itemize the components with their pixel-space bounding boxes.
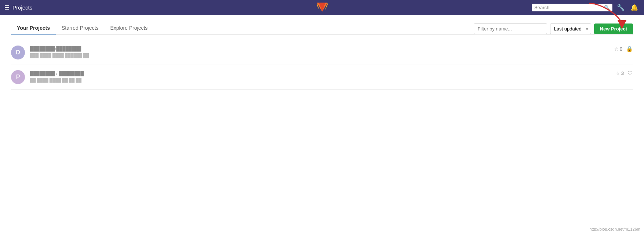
avatar: D [11,46,25,59]
star-count: ☆ 3 [616,70,624,76]
star-icon: ☆ [616,70,620,76]
project-meta: ☆ 3 🛡 [616,70,633,76]
nav-right: 🔍 🔧 🔔 [532,2,640,13]
hamburger-menu[interactable]: ☰ Projects [4,4,32,11]
search-box[interactable]: 🔍 [532,4,612,11]
navbar: ☰ Projects 🔍 🔧 🔔 [0,0,644,15]
sort-select[interactable]: Last updated Name Created [550,24,591,34]
bell-button[interactable]: 🔔 [629,2,640,13]
star-count: ☆ 0 [614,46,622,52]
lock-icon: 🔒 [626,46,633,52]
project-description: ██ ████ ████ ██ ██ ██ [30,77,611,83]
tab-starred-projects[interactable]: Starred Projects [56,22,104,35]
filter-input[interactable] [474,24,547,34]
search-input[interactable] [534,5,603,10]
project-name[interactable]: ████████ / ████████ [30,70,611,76]
table-row: D ████████/████████ ███ ████ ████ ██████… [11,40,633,65]
project-name[interactable]: ████████/████████ [30,46,609,51]
project-info: ████████/████████ ███ ████ ████ ██████ █… [30,46,609,58]
gitlab-logo [317,1,328,14]
filter-bar: Last updated Name Created New Project [474,24,633,34]
tab-explore-projects[interactable]: Explore Projects [104,22,153,35]
project-description: ███ ████ ████ ██████ ██ [30,53,609,58]
project-list: D ████████/████████ ███ ████ ████ ██████… [11,40,633,90]
shield-icon: 🛡 [627,70,633,76]
wrench-button[interactable]: 🔧 [615,2,626,13]
tab-your-projects[interactable]: Your Projects [11,22,56,35]
new-project-container: New Project [594,24,633,34]
sort-wrapper: Last updated Name Created [550,24,591,34]
table-row: P ████████ / ████████ ██ ████ ████ ██ ██… [11,65,633,90]
nav-title: Projects [12,4,32,11]
avatar: P [11,70,25,84]
project-info: ████████ / ████████ ██ ████ ████ ██ ██ █… [30,70,611,83]
hamburger-icon: ☰ [4,4,10,11]
search-icon: 🔍 [604,5,610,10]
project-meta: ☆ 0 🔒 [614,46,633,52]
main-content: Your Projects Starred Projects Explore P… [0,15,644,97]
new-project-button[interactable]: New Project [594,24,633,34]
project-tabs: Your Projects Starred Projects Explore P… [11,22,153,34]
star-icon: ☆ [614,46,619,52]
